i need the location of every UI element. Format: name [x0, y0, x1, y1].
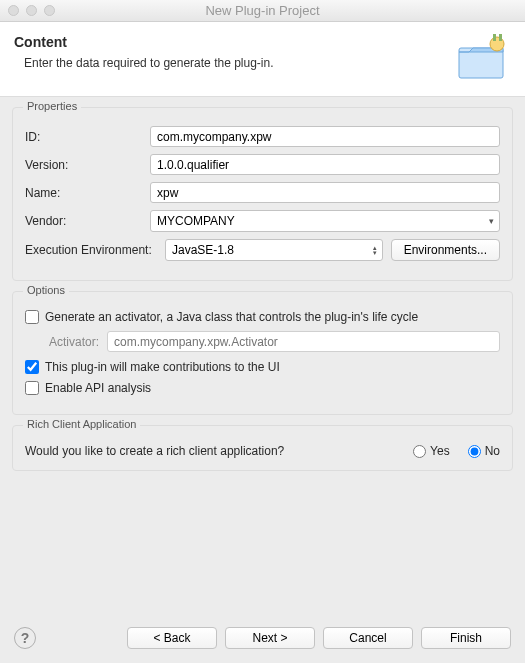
options-group-label: Options — [23, 284, 69, 296]
properties-group-label: Properties — [23, 100, 81, 112]
name-field[interactable] — [150, 182, 500, 203]
cancel-button[interactable]: Cancel — [323, 627, 413, 649]
rca-question: Would you like to create a rich client a… — [25, 444, 284, 458]
rca-yes-label: Yes — [430, 444, 450, 458]
page-title: Content — [14, 34, 274, 50]
ui-contributions-checkbox[interactable] — [25, 360, 39, 374]
name-label: Name: — [25, 186, 150, 200]
activator-field — [107, 331, 500, 352]
generate-activator-label: Generate an activator, a Java class that… — [45, 310, 418, 324]
enable-api-checkbox[interactable] — [25, 381, 39, 395]
help-icon[interactable]: ? — [14, 627, 36, 649]
rca-group: Rich Client Application Would you like t… — [12, 425, 513, 471]
exec-env-combo[interactable]: JavaSE-1.8 — [165, 239, 383, 261]
vendor-label: Vendor: — [25, 214, 150, 228]
titlebar: New Plug-in Project — [0, 0, 525, 22]
version-label: Version: — [25, 158, 150, 172]
enable-api-label: Enable API analysis — [45, 381, 151, 395]
page-subtitle: Enter the data required to generate the … — [24, 56, 274, 70]
finish-button[interactable]: Finish — [421, 627, 511, 649]
ui-contributions-label: This plug-in will make contributions to … — [45, 360, 280, 374]
vendor-combo[interactable]: MYCOMPANY — [150, 210, 500, 232]
properties-group: Properties ID: Version: Name: Vendor: MY… — [12, 107, 513, 281]
generate-activator-checkbox[interactable] — [25, 310, 39, 324]
back-button[interactable]: < Back — [127, 627, 217, 649]
next-button[interactable]: Next > — [225, 627, 315, 649]
environments-button[interactable]: Environments... — [391, 239, 500, 261]
rca-no-option[interactable]: No — [468, 444, 500, 458]
rca-no-radio[interactable] — [468, 445, 481, 458]
id-field[interactable] — [150, 126, 500, 147]
plugin-folder-icon — [455, 34, 511, 82]
wizard-header: Content Enter the data required to gener… — [0, 22, 525, 97]
exec-env-label: Execution Environment: — [25, 243, 165, 257]
window-title: New Plug-in Project — [0, 3, 525, 18]
rca-group-label: Rich Client Application — [23, 418, 140, 430]
svg-rect-2 — [499, 34, 502, 41]
rca-yes-option[interactable]: Yes — [413, 444, 450, 458]
rca-yes-radio[interactable] — [413, 445, 426, 458]
id-label: ID: — [25, 130, 150, 144]
options-group: Options Generate an activator, a Java cl… — [12, 291, 513, 415]
rca-no-label: No — [485, 444, 500, 458]
wizard-footer: ? < Back Next > Cancel Finish — [0, 617, 525, 663]
svg-rect-3 — [493, 34, 496, 41]
activator-label: Activator: — [49, 335, 99, 349]
version-field[interactable] — [150, 154, 500, 175]
